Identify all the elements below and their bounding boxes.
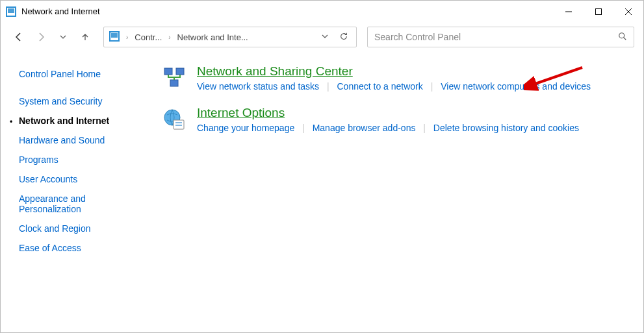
category-links: View network status and tasks | Connect …	[197, 81, 591, 92]
category-network-sharing: Network and Sharing Center View network …	[163, 64, 630, 92]
content-area: Control Panel Home System and Security N…	[1, 51, 643, 258]
svg-rect-4	[596, 8, 602, 14]
sidebar-home[interactable]: Control Panel Home	[19, 64, 141, 84]
sidebar: Control Panel Home System and Security N…	[1, 64, 150, 258]
breadcrumb-root[interactable]: Contr...	[135, 32, 162, 42]
link-delete-history[interactable]: Delete browsing history and cookies	[433, 123, 579, 133]
category-heading-network-sharing[interactable]: Network and Sharing Center	[197, 64, 353, 79]
main-panel: Network and Sharing Center View network …	[150, 64, 643, 258]
svg-rect-9	[111, 33, 118, 38]
search-icon[interactable]	[618, 32, 627, 43]
separator: |	[297, 123, 310, 133]
category-internet-options: Internet Options Change your homepage | …	[163, 106, 630, 133]
link-manage-addons[interactable]: Manage browser add-ons	[313, 123, 416, 133]
address-bar[interactable]: › Contr... › Network and Inte...	[103, 27, 357, 47]
separator: |	[426, 81, 439, 92]
separator: |	[322, 81, 335, 92]
link-connect-network[interactable]: Connect to a network	[337, 81, 422, 92]
forward-button[interactable]	[32, 28, 50, 46]
svg-rect-2	[8, 8, 14, 13]
svg-rect-17	[174, 120, 184, 129]
navbar: › Contr... › Network and Inte...	[1, 23, 643, 51]
sidebar-item-system-security[interactable]: System and Security	[19, 92, 141, 111]
svg-point-10	[619, 32, 625, 38]
sidebar-item-network-internet[interactable]: Network and Internet	[19, 111, 141, 130]
chevron-right-icon[interactable]: ›	[166, 34, 173, 41]
search-input[interactable]	[374, 32, 618, 42]
svg-line-11	[624, 37, 626, 40]
svg-rect-14	[176, 68, 184, 75]
search-box[interactable]	[367, 27, 634, 47]
refresh-button[interactable]	[337, 32, 351, 43]
up-button[interactable]	[76, 28, 94, 46]
recent-dropdown[interactable]	[54, 28, 72, 46]
address-dropdown[interactable]	[317, 32, 333, 42]
back-button[interactable]	[10, 28, 28, 46]
sidebar-item-programs[interactable]: Programs	[19, 150, 141, 169]
link-view-network-status[interactable]: View network status and tasks	[197, 81, 319, 92]
control-panel-icon	[109, 31, 120, 43]
separator: |	[418, 123, 431, 133]
link-change-homepage[interactable]: Change your homepage	[197, 123, 294, 133]
window-title: Network and Internet	[21, 6, 100, 16]
sidebar-item-hardware-sound[interactable]: Hardware and Sound	[19, 130, 141, 150]
svg-rect-15	[170, 80, 178, 86]
minimize-button[interactable]	[554, 1, 584, 23]
link-view-network-computers[interactable]: View network computers and devices	[441, 81, 591, 92]
sidebar-item-appearance[interactable]: Appearance and Personalization	[19, 189, 141, 219]
titlebar: Network and Internet	[1, 1, 643, 23]
sidebar-item-ease-of-access[interactable]: Ease of Access	[19, 238, 141, 258]
internet-options-icon	[163, 108, 187, 132]
close-button[interactable]	[613, 1, 643, 23]
maximize-button[interactable]	[584, 1, 613, 23]
category-heading-internet-options[interactable]: Internet Options	[197, 106, 285, 120]
category-links: Change your homepage | Manage browser ad…	[197, 123, 579, 133]
sidebar-item-clock-region[interactable]: Clock and Region	[19, 219, 141, 238]
network-sharing-icon	[163, 67, 187, 90]
sidebar-item-user-accounts[interactable]: User Accounts	[19, 169, 141, 189]
svg-rect-13	[164, 68, 172, 75]
control-panel-icon	[6, 6, 16, 17]
breadcrumb-current[interactable]: Network and Inte...	[177, 32, 248, 42]
chevron-right-icon[interactable]: ›	[123, 34, 131, 41]
